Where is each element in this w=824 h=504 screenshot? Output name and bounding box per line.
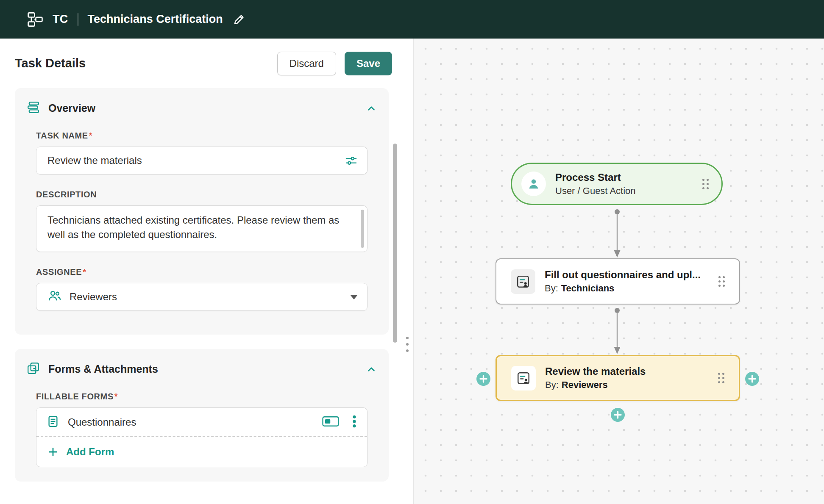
assignee-value: Reviewers: [70, 291, 117, 303]
task-name-value: Review the materials: [47, 155, 142, 166]
fillable-forms-box: Questionnaires: [36, 407, 367, 467]
node-subtitle: By:Reviewers: [545, 379, 646, 390]
add-node-below-button[interactable]: [611, 408, 625, 422]
description-value: Technicians attached existing certificat…: [47, 214, 339, 240]
users-icon: [47, 288, 62, 305]
discard-button[interactable]: Discard: [277, 52, 336, 75]
assignee-label: ASSIGNEE*: [36, 267, 367, 277]
survey-icon: [515, 274, 531, 289]
user-avatar: [521, 172, 546, 196]
add-form-label: Add Form: [66, 446, 114, 458]
assignee-select[interactable]: Reviewers: [36, 283, 367, 311]
node-title: Fill out questionnaires and upl...: [545, 269, 701, 281]
required-marker: *: [89, 131, 92, 140]
survey-icon: [516, 371, 531, 386]
drag-handle-icon[interactable]: [718, 276, 725, 287]
fillable-forms-label: FILLABLE FORMS*: [36, 392, 367, 402]
required-marker: *: [83, 267, 86, 277]
edit-title-icon[interactable]: [232, 13, 246, 26]
forms-attachments-section: Forms & Attachments FILLABLE FORMS*: [15, 349, 389, 482]
app-header: TC Technicians Certification: [0, 0, 824, 39]
task-name-input[interactable]: Review the materials: [36, 147, 367, 174]
drag-handle-icon[interactable]: [718, 373, 724, 383]
overview-icon: [27, 101, 40, 116]
panel-header: Task Details Discard Save: [0, 39, 413, 88]
panel-title: Task Details: [15, 56, 86, 70]
process-title: Technicians Certification: [88, 13, 223, 26]
collapse-overview-icon[interactable]: [366, 103, 377, 114]
node-subtitle: By:Technicians: [545, 283, 701, 294]
add-node-left-button[interactable]: [476, 372, 490, 386]
required-marker: *: [114, 392, 118, 401]
forms-section-header[interactable]: Forms & Attachments: [27, 362, 377, 377]
node-review-materials[interactable]: Review the materials By:Reviewers: [496, 355, 740, 401]
collapse-forms-icon[interactable]: [366, 364, 377, 375]
node-subtitle: User / Guest Action: [555, 186, 636, 197]
panel-scrollbar[interactable]: [393, 144, 397, 343]
process-flow-icon[interactable]: [27, 12, 43, 27]
connector-arrow: [613, 305, 621, 355]
description-textarea[interactable]: Technicians attached existing certificat…: [36, 205, 367, 252]
panel-body: Overview TASK NAME* Review the materials: [0, 88, 413, 482]
field-settings-icon[interactable]: [345, 154, 358, 167]
save-button[interactable]: Save: [345, 52, 392, 75]
overview-section-title: Overview: [48, 102, 95, 114]
node-process-start[interactable]: Process Start User / Guest Action: [511, 163, 723, 205]
node-fill-out-questionnaires[interactable]: Fill out questionnaires and upl... By:Te…: [496, 258, 740, 305]
overview-section-header[interactable]: Overview: [27, 101, 377, 116]
forms-icon: [27, 362, 40, 377]
description-scrollbar[interactable]: [361, 210, 364, 248]
add-form-button[interactable]: Add Form: [36, 437, 367, 467]
task-icon-tile: [511, 366, 536, 390]
kebab-menu-icon[interactable]: [352, 415, 357, 430]
add-node-right-button[interactable]: [745, 372, 759, 386]
node-title: Process Start: [555, 172, 636, 183]
forms-section-title: Forms & Attachments: [48, 363, 158, 375]
description-label: DESCRIPTION: [36, 190, 367, 199]
person-icon: [526, 177, 541, 191]
task-name-label: TASK NAME*: [36, 131, 367, 141]
title-divider: [78, 13, 78, 26]
task-details-panel: Task Details Discard Save Overvi: [0, 39, 414, 504]
overview-section: Overview TASK NAME* Review the materials: [15, 88, 389, 335]
form-item-row[interactable]: Questionnaires: [36, 408, 367, 436]
panel-resize-handle[interactable]: [406, 337, 409, 352]
plus-icon: [47, 446, 58, 457]
task-icon-tile: [511, 269, 535, 294]
form-field-icon[interactable]: [322, 416, 339, 429]
form-item-name: Questionnaires: [68, 416, 136, 428]
workflow-canvas[interactable]: Process Start User / Guest Action: [414, 39, 824, 504]
project-code: TC: [53, 13, 68, 26]
node-title: Review the materials: [545, 366, 646, 377]
chevron-down-icon: [350, 295, 358, 299]
document-icon: [47, 415, 59, 429]
connector-arrow: [613, 205, 621, 258]
drag-handle-icon[interactable]: [702, 179, 709, 189]
